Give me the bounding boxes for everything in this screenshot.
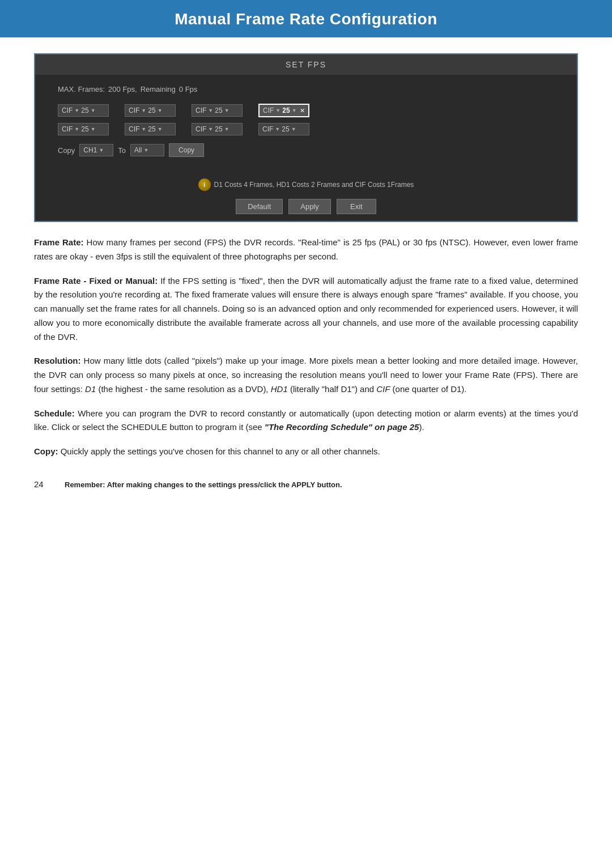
- dvr-info-text: D1 Costs 4 Frames, HD1 Costs 2 Frames an…: [214, 181, 414, 189]
- copy-label: Copy: [58, 146, 75, 155]
- chevron-down-icon: ▼: [143, 147, 148, 153]
- dvr-bottom: i D1 Costs 4 Frames, HD1 Costs 2 Frames …: [35, 178, 577, 214]
- chevron-down-icon: ▼: [99, 147, 104, 153]
- copy-to-label: To: [118, 146, 126, 155]
- copy-dest-select[interactable]: All ▼: [130, 144, 164, 156]
- exit-button[interactable]: Exit: [337, 199, 376, 214]
- page-footer: 24 Remember: After making changes to the…: [0, 469, 612, 496]
- remaining-value: 0 Fps: [179, 85, 198, 93]
- body-copy: Quickly apply the settings you've chosen…: [61, 446, 380, 456]
- schedule-ref: "The Recording Schedule" on page 25: [265, 422, 419, 432]
- chevron-down-icon: ▼: [208, 108, 213, 113]
- chevron-down-icon: ▼: [208, 126, 213, 132]
- chevron-down-icon: ▼: [224, 108, 230, 113]
- res-hd1: HD1: [271, 384, 288, 394]
- description-section: Frame Rate: How many frames per second (…: [0, 236, 612, 459]
- chevron-down-icon: ▼: [74, 126, 79, 132]
- para-frame-rate-fixed: Frame Rate - Fixed or Manual: If the FPS…: [34, 274, 578, 344]
- term-frame-rate-fixed: Frame Rate - Fixed or Manual:: [34, 276, 158, 286]
- dvr-info-row: i D1 Costs 4 Frames, HD1 Costs 2 Frames …: [46, 178, 566, 191]
- default-button[interactable]: Default: [236, 199, 283, 214]
- chevron-down-icon: ▼: [292, 108, 297, 113]
- chevron-down-icon: ▼: [224, 126, 230, 132]
- chevron-down-icon: ▼: [158, 126, 163, 132]
- term-schedule: Schedule:: [34, 409, 75, 418]
- term-resolution: Resolution:: [34, 356, 81, 365]
- ch2-select[interactable]: CIF ▼ 25 ▼: [125, 104, 176, 117]
- chevron-down-icon: ▼: [91, 126, 96, 132]
- dvr-title-bar: SET FPS: [35, 54, 577, 75]
- fps-info-row: MAX. Frames: 200 Fps, Remaining 0 Fps: [58, 85, 554, 93]
- body-frame-rate: How many frames per second (FPS) the DVR…: [34, 237, 578, 261]
- chevron-down-icon: ▼: [275, 126, 280, 132]
- res-cif: CIF: [376, 384, 390, 394]
- dvr-inner: MAX. Frames: 200 Fps, Remaining 0 Fps CI…: [35, 75, 577, 163]
- remaining-label: Remaining: [141, 85, 176, 93]
- ch5-select[interactable]: CIF ▼ 25 ▼: [58, 123, 109, 135]
- ch8-select[interactable]: CIF ▼ 25 ▼: [258, 123, 309, 135]
- ch7-select[interactable]: CIF ▼ 25 ▼: [192, 123, 243, 135]
- para-schedule: Schedule: Where you can program the DVR …: [34, 407, 578, 435]
- dvr-ui-box: SET FPS MAX. Frames: 200 Fps, Remaining …: [34, 53, 578, 222]
- page-title: Manual Frame Rate Configuration: [0, 10, 612, 28]
- page-header: Manual Frame Rate Configuration: [0, 0, 612, 37]
- chevron-down-icon: ▼: [91, 108, 96, 113]
- max-frames-label: MAX. Frames:: [58, 85, 105, 93]
- chevron-down-icon: ▼: [275, 108, 280, 113]
- channel-row-1: CIF ▼ 25 ▼ CIF ▼ 25 ▼ CIF ▼ 25 ▼: [58, 104, 554, 117]
- chevron-down-icon: ▼: [141, 126, 146, 132]
- res-d1: D1: [85, 384, 96, 394]
- para-frame-rate: Frame Rate: How many frames per second (…: [34, 236, 578, 264]
- term-copy: Copy:: [34, 446, 58, 456]
- ch3-select[interactable]: CIF ▼ 25 ▼: [192, 104, 243, 117]
- copy-channel-select[interactable]: CH1 ▼: [79, 144, 113, 156]
- ch6-select[interactable]: CIF ▼ 25 ▼: [125, 123, 176, 135]
- info-icon: i: [198, 178, 211, 191]
- max-frames-value: 200 Fps,: [108, 85, 137, 93]
- chevron-down-icon: ▼: [74, 108, 79, 113]
- footer-note: Remember: After making changes to the se…: [65, 480, 342, 489]
- para-copy: Copy: Quickly apply the settings you've …: [34, 445, 578, 459]
- copy-button[interactable]: Copy: [169, 143, 204, 157]
- channel-row-2: CIF ▼ 25 ▼ CIF ▼ 25 ▼ CIF ▼ 25 ▼: [58, 123, 554, 135]
- apply-button[interactable]: Apply: [288, 199, 331, 214]
- dvr-action-row: Default Apply Exit: [46, 199, 566, 214]
- page-number: 24: [34, 479, 48, 489]
- term-frame-rate: Frame Rate:: [34, 237, 84, 247]
- chevron-down-icon: ▼: [141, 108, 146, 113]
- channel-grid: CIF ▼ 25 ▼ CIF ▼ 25 ▼ CIF ▼ 25 ▼: [58, 104, 554, 135]
- para-resolution: Resolution: How many little dots (called…: [34, 354, 578, 396]
- ch1-select[interactable]: CIF ▼ 25 ▼: [58, 104, 109, 117]
- chevron-down-icon: ▼: [158, 108, 163, 113]
- ch4-select[interactable]: CIF ▼ 25 ▼ ✕: [258, 104, 309, 117]
- chevron-down-icon: ▼: [291, 126, 296, 132]
- copy-row: Copy CH1 ▼ To All ▼ Copy: [58, 143, 554, 157]
